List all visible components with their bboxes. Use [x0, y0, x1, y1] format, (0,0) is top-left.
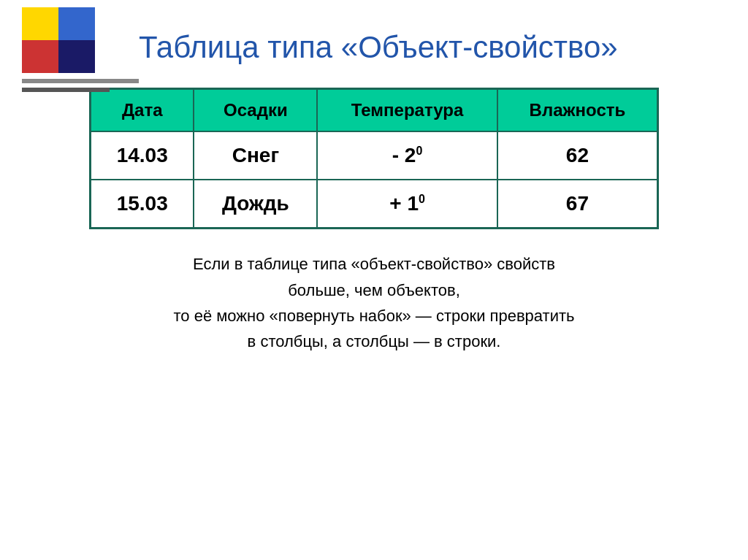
page-container: Таблица типа «Объект-свойство» Дата Осад…: [0, 0, 748, 560]
desc-line1: Если в таблице типа «объект-свойство» св…: [193, 255, 555, 273]
cell-temp-1: - 20: [317, 131, 497, 180]
col-header-temperature: Температура: [317, 89, 497, 132]
desc-line2: больше, чем объектов,: [288, 281, 460, 299]
col-header-date: Дата: [91, 89, 194, 132]
cell-precip-1: Снег: [194, 131, 317, 180]
decorative-line-1: [22, 79, 139, 83]
page-title: Таблица типа «Объект-свойство»: [44, 29, 704, 66]
desc-line4: в столбцы, а столбцы — в строки.: [248, 332, 501, 350]
dec-blue: [58, 7, 95, 40]
table-row: 14.03 Снег - 20 62: [91, 131, 658, 180]
description-text: Если в таблице типа «объект-свойство» св…: [89, 251, 659, 354]
cell-date-2: 15.03: [91, 180, 194, 229]
cell-humidity-1: 62: [497, 131, 658, 180]
main-table: Дата Осадки Температура Влажность 14.03 …: [89, 88, 659, 229]
table-row: 15.03 Дождь + 10 67: [91, 180, 658, 229]
dec-dark-blue: [58, 40, 95, 73]
decorative-graphic: [22, 7, 95, 73]
decorative-line-2: [22, 88, 110, 92]
cell-humidity-2: 67: [497, 180, 658, 229]
col-header-humidity: Влажность: [497, 89, 658, 132]
col-header-precipitation: Осадки: [194, 89, 317, 132]
cell-temp-2: + 10: [317, 180, 497, 229]
table-header-row: Дата Осадки Температура Влажность: [91, 89, 658, 132]
cell-precip-2: Дождь: [194, 180, 317, 229]
temp-sup-2: 0: [419, 193, 425, 205]
dec-yellow: [22, 7, 58, 40]
dec-red: [22, 40, 58, 73]
temp-sup-1: 0: [416, 145, 422, 157]
table-wrapper: Дата Осадки Температура Влажность 14.03 …: [44, 88, 704, 229]
desc-line3: то её можно «повернуть набок» — строки п…: [173, 307, 574, 325]
cell-date-1: 14.03: [91, 131, 194, 180]
